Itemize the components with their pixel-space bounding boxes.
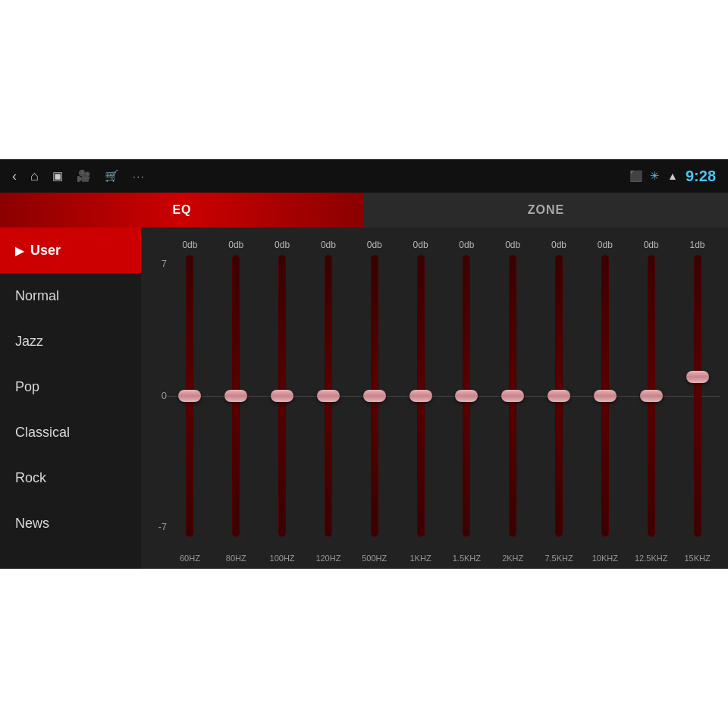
slider-track-container-7: [490, 255, 536, 537]
sidebar-item-normal[interactable]: Normal: [0, 273, 141, 318]
sidebar-item-news[interactable]: News: [0, 500, 141, 546]
slider-thumb-3[interactable]: [317, 390, 340, 402]
slider-wrapper-10: [628, 255, 674, 537]
sidebar-item-rock[interactable]: Rock: [0, 455, 141, 500]
sidebar-rock-label: Rock: [15, 470, 46, 486]
slider-track-container-11: [674, 255, 720, 537]
slider-track-5[interactable]: [417, 255, 425, 537]
hz-label-5: 1KHZ: [410, 554, 431, 563]
hz-label-6: 1.5KHZ: [453, 554, 481, 563]
slider-track-2[interactable]: [278, 255, 286, 537]
db-label-3: 0db: [321, 240, 336, 250]
slider-track-11[interactable]: [694, 255, 701, 537]
play-arrow-icon: ▶: [15, 243, 24, 258]
slider-thumb-4[interactable]: [363, 390, 386, 402]
hz-label-cell-7: 2KHZ: [490, 554, 536, 563]
slider-track-container-9: [582, 255, 628, 537]
hz-label-cell-11: 15KHZ: [674, 554, 720, 563]
db-label-9: 0db: [598, 240, 613, 250]
hz-label-0: 60HZ: [180, 554, 200, 563]
slider-track-container-10: [628, 255, 674, 537]
slider-track-8[interactable]: [555, 255, 563, 537]
sidebar-item-jazz[interactable]: Jazz: [0, 318, 141, 364]
y-axis: 7 0 -7: [149, 235, 167, 563]
slider-wrapper-11: [674, 255, 720, 537]
slider-track-3[interactable]: [325, 255, 332, 537]
slider-wrapper-7: [490, 255, 536, 537]
y-label-top: 7: [149, 258, 167, 269]
slider-wrapper-1: [213, 255, 259, 537]
slider-track-9[interactable]: [601, 255, 609, 537]
back-icon[interactable]: ‹: [12, 168, 17, 184]
db-label-cell-9: 0db: [582, 235, 628, 255]
slider-thumb-9[interactable]: [594, 390, 617, 402]
db-label-cell-4: 0db: [351, 235, 397, 255]
sidebar-item-user[interactable]: ▶ User: [0, 228, 141, 273]
slider-track-container-0: [167, 255, 213, 537]
hz-label-8: 7.5KHZ: [544, 554, 573, 563]
hz-label-4: 500HZ: [362, 554, 387, 563]
sliders-container: 0db0db0db0db0db0db0db0db0db0db0db1db 60H…: [167, 235, 720, 563]
home-icon[interactable]: ⌂: [30, 168, 39, 184]
slider-thumb-5[interactable]: [410, 390, 432, 402]
hz-label-cell-1: 80HZ: [213, 554, 259, 563]
db-label-cell-8: 0db: [536, 235, 582, 255]
hz-label-cell-3: 120HZ: [305, 554, 351, 563]
hz-label-9: 10KHZ: [592, 554, 618, 563]
slider-thumb-10[interactable]: [640, 390, 663, 402]
camera-icon[interactable]: 🎥: [77, 169, 91, 183]
recent-apps-icon[interactable]: ▣: [52, 169, 63, 183]
db-label-6: 0db: [459, 240, 474, 250]
sidebar-item-classical[interactable]: Classical: [0, 410, 141, 455]
y-label-bot: -7: [149, 521, 167, 532]
slider-track-10[interactable]: [648, 255, 655, 537]
slider-track-4[interactable]: [371, 255, 378, 537]
slider-track-container-8: [536, 255, 582, 537]
slider-track-7[interactable]: [509, 255, 516, 537]
slider-track-container-5: [397, 255, 444, 537]
slider-thumb-0[interactable]: [178, 390, 201, 402]
db-label-8: 0db: [551, 240, 566, 250]
tab-zone[interactable]: ZONE: [364, 193, 728, 228]
hz-labels-row: 60HZ80HZ100HZ120HZ500HZ1KHZ1.5KHZ2KHZ7.5…: [167, 537, 720, 563]
main-content: ▶ User Normal Jazz Pop Classical Rock: [0, 228, 728, 569]
db-label-cell-0: 0db: [167, 235, 213, 255]
sidebar-normal-label: Normal: [15, 288, 59, 304]
slider-wrapper-4: [351, 255, 397, 537]
hz-label-cell-8: 7.5KHZ: [536, 554, 582, 563]
db-label-10: 0db: [644, 240, 659, 250]
slider-thumb-2[interactable]: [271, 390, 293, 402]
y-label-mid: 0: [149, 390, 167, 401]
slider-thumb-6[interactable]: [455, 390, 478, 402]
slider-wrapper-6: [444, 255, 490, 537]
hz-label-cell-0: 60HZ: [167, 554, 213, 563]
more-icon[interactable]: ···: [133, 171, 146, 182]
db-label-cell-11: 1db: [674, 235, 720, 255]
slider-thumb-11[interactable]: [686, 371, 709, 383]
db-label-cell-7: 0db: [490, 235, 536, 255]
sidebar-item-pop[interactable]: Pop: [0, 364, 141, 410]
hz-label-10: 12.5KHZ: [635, 554, 667, 563]
slider-track-container-2: [259, 255, 306, 537]
sidebar-jazz-label: Jazz: [15, 334, 43, 350]
slider-track-1[interactable]: [232, 255, 240, 537]
slider-track-0[interactable]: [186, 255, 193, 537]
tab-eq[interactable]: EQ: [0, 193, 364, 228]
shopping-icon[interactable]: 🛒: [105, 169, 119, 183]
db-label-1: 0db: [228, 240, 243, 250]
db-label-cell-6: 0db: [444, 235, 490, 255]
outer-wrapper: ‹ ⌂ ▣ 🎥 🛒 ··· ⬛ ✳ ▲ 9:28 EQ ZONE: [0, 0, 728, 728]
slider-thumb-1[interactable]: [224, 390, 247, 402]
db-label-5: 0db: [413, 240, 428, 250]
eq-area: 7 0 -7 0db0db0db0db0db0db0db0db0db0db0db…: [141, 228, 728, 569]
hz-label-cell-10: 12.5KHZ: [628, 554, 674, 563]
slider-track-6[interactable]: [463, 255, 470, 537]
db-label-cell-1: 0db: [213, 235, 259, 255]
slider-thumb-7[interactable]: [501, 390, 524, 402]
slider-thumb-8[interactable]: [548, 390, 570, 402]
slider-wrapper-9: [582, 255, 628, 537]
hz-label-cell-5: 1KHZ: [397, 554, 444, 563]
eq-grid: 7 0 -7 0db0db0db0db0db0db0db0db0db0db0db…: [149, 235, 720, 563]
bluetooth-icon: ✳: [650, 169, 660, 183]
status-bar-right: ⬛ ✳ ▲ 9:28: [629, 168, 716, 185]
